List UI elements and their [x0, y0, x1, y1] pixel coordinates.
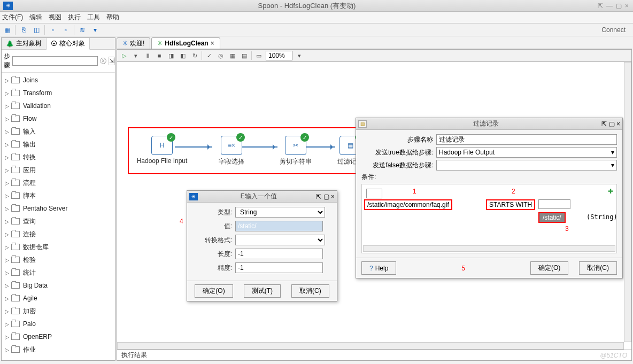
format-select[interactable] [235, 235, 325, 245]
step-name-input[interactable] [436, 134, 617, 145]
maximize-icon[interactable]: ▢ [609, 120, 615, 128]
precision-input[interactable] [235, 262, 323, 273]
tree-item[interactable]: ▷Joins [2, 74, 115, 87]
menu-tools[interactable]: 工具 [87, 13, 100, 22]
clear-search-icon[interactable]: ⓧ [100, 57, 106, 66]
menubar: 文件(F) 编辑 视图 执行 工具 帮助 [0, 12, 633, 24]
condition-area[interactable]: 1 2 ✚ /static/image/common/faq.gif START… [361, 184, 617, 253]
ok-button[interactable]: 确定(O) [195, 284, 233, 298]
type-select[interactable]: String [235, 207, 325, 218]
close-icon[interactable]: × [616, 120, 620, 128]
explore-db-icon[interactable]: ▤ [240, 51, 249, 60]
tab-welcome[interactable]: ✳ 欢迎! [117, 37, 150, 49]
save-icon[interactable]: ▫ [48, 25, 58, 35]
add-condition-icon[interactable]: ✚ [608, 188, 613, 195]
tree-item[interactable]: ▷Validation [2, 99, 115, 112]
tree-item[interactable]: ▷Agile [2, 292, 115, 305]
tree-item[interactable]: ▷输出 [2, 138, 115, 151]
pin-icon[interactable]: ⇱ [316, 193, 321, 200]
replay-icon[interactable]: ↻ [190, 51, 199, 60]
cancel-button[interactable]: 取消(C) [579, 261, 617, 275]
tree-item[interactable]: ▷作业 [2, 343, 115, 356]
menu-view[interactable]: 视图 [49, 13, 61, 22]
tree-item[interactable]: ▷连接 [2, 228, 115, 241]
help-button[interactable]: ?Help [361, 261, 396, 275]
true-step-combo[interactable]: Hadoop File Output▾ [436, 147, 617, 158]
sql-icon[interactable]: ▦ [228, 51, 237, 60]
tree-item[interactable]: ▷数据仓库 [2, 241, 115, 253]
condition-field[interactable]: /static/image/common/faq.gif [364, 199, 452, 210]
false-step-combo[interactable]: ▾ [436, 160, 617, 171]
node-cut-string[interactable]: ✂✓ 剪切字符串 [283, 136, 308, 166]
dropdown-icon[interactable]: ▾ [90, 25, 100, 35]
condition-value[interactable]: /static/ [538, 212, 566, 223]
menu-file[interactable]: 文件(F) [2, 13, 23, 22]
debug-icon[interactable]: ◧ [178, 51, 188, 60]
preview-icon[interactable]: ◨ [166, 51, 176, 60]
tree-item[interactable]: ▷统计 [2, 266, 115, 279]
explore-icon[interactable]: ◫ [32, 25, 41, 35]
tree-item[interactable]: ▷输入 [2, 125, 115, 138]
ok-button[interactable]: 确定(O) [530, 261, 568, 275]
test-button[interactable]: 测试(T) [244, 284, 281, 298]
node-select-fields[interactable]: ≡×✓ 字段选择 [219, 136, 244, 166]
verify-icon[interactable]: ✓ [204, 51, 214, 60]
canvas-h-scrollbar[interactable] [117, 342, 624, 350]
close-icon[interactable]: × [331, 193, 335, 200]
length-input[interactable] [235, 249, 323, 259]
canvas-v-scrollbar[interactable] [624, 62, 631, 342]
close-icon[interactable]: × [625, 2, 629, 10]
pause-icon[interactable]: ⏸ [143, 51, 152, 60]
search-input[interactable] [12, 56, 98, 66]
tree-item[interactable]: ▷Big Data [2, 279, 115, 292]
layers-icon[interactable]: ≋ [78, 25, 87, 35]
maximize-icon[interactable]: ▢ [616, 2, 622, 10]
tab-hdfslogclean[interactable]: ✳ HdfsLogClean × [151, 37, 220, 49]
condition-scrollbar[interactable] [363, 245, 615, 252]
zoom-dropdown-icon[interactable]: ▾ [295, 51, 304, 60]
run-icon[interactable]: ▷ [119, 51, 129, 60]
cancel-button[interactable]: 取消(C) [291, 284, 329, 298]
impact-icon[interactable]: ◎ [216, 51, 226, 60]
dialog-filter-rows[interactable]: ▤ 过滤记录 ⇱ ▢ × 步骤名称 发送true数据给步骤: Hadoop Fi… [356, 118, 623, 278]
new-icon[interactable]: ▦ [2, 25, 12, 35]
node-hadoop-file-input[interactable]: H✓ Hadoop File Input [149, 136, 175, 165]
tree-item[interactable]: ▷应用 [2, 164, 115, 176]
condition-operator[interactable]: STARTS WITH [486, 199, 535, 210]
value-input[interactable] [235, 221, 323, 231]
negate-toggle[interactable] [366, 189, 382, 198]
tree-item[interactable]: ▷查询 [2, 215, 115, 228]
results-bar[interactable]: 执行结果 @51CTO [117, 350, 632, 361]
tree-item[interactable]: ▷Palo [2, 317, 115, 330]
expand-icon[interactable]: ⇲ [109, 57, 115, 65]
saveas-icon[interactable]: ▫ [61, 25, 71, 35]
menu-edit[interactable]: 编辑 [29, 13, 42, 22]
stop-icon[interactable]: ■ [155, 51, 164, 60]
pin-icon[interactable]: ⇱ [598, 2, 603, 10]
show-results-icon[interactable]: ▭ [254, 51, 264, 60]
tree-item[interactable]: ▷转换 [2, 151, 115, 164]
tree-item[interactable]: ▷加密 [2, 305, 115, 317]
canvas[interactable]: H✓ Hadoop File Input ≡×✓ 字段选择 ✂✓ 剪切字符串 ▤… [117, 62, 632, 350]
tree-item[interactable]: ▷流程 [2, 176, 115, 189]
tree-item[interactable]: ▷Flow [2, 112, 115, 125]
menu-run[interactable]: 执行 [68, 13, 81, 22]
maximize-icon[interactable]: ▢ [323, 193, 329, 200]
pin-icon[interactable]: ⇱ [601, 120, 607, 128]
tree-item[interactable]: ▷检验 [2, 253, 115, 266]
tree-item[interactable]: ▷OpenERP [2, 330, 115, 343]
tab-core-objects[interactable]: ⦿ 核心对象 [47, 38, 90, 50]
tab-close-icon[interactable]: × [211, 40, 214, 47]
tree-item[interactable]: ▷Pentaho Server [2, 202, 115, 215]
dialog-enter-value[interactable]: ✳ E输入一个值 ⇱ ▢ × 4 类型: String 值: [187, 190, 337, 301]
tab-main-tree[interactable]: 🌲 主对象树 [2, 38, 47, 49]
zoom-input[interactable] [266, 51, 292, 60]
tree-item[interactable]: ▷脚本 [2, 189, 115, 202]
connect-link[interactable]: Connect [596, 25, 631, 35]
condition-compare-field[interactable] [538, 199, 570, 209]
tree-item[interactable]: ▷Transform [2, 87, 115, 99]
dropdown-icon[interactable]: ▾ [131, 51, 141, 60]
minimize-icon[interactable]: — [606, 2, 613, 10]
menu-help[interactable]: 帮助 [106, 13, 119, 22]
open-icon[interactable]: ⎘ [19, 25, 28, 35]
